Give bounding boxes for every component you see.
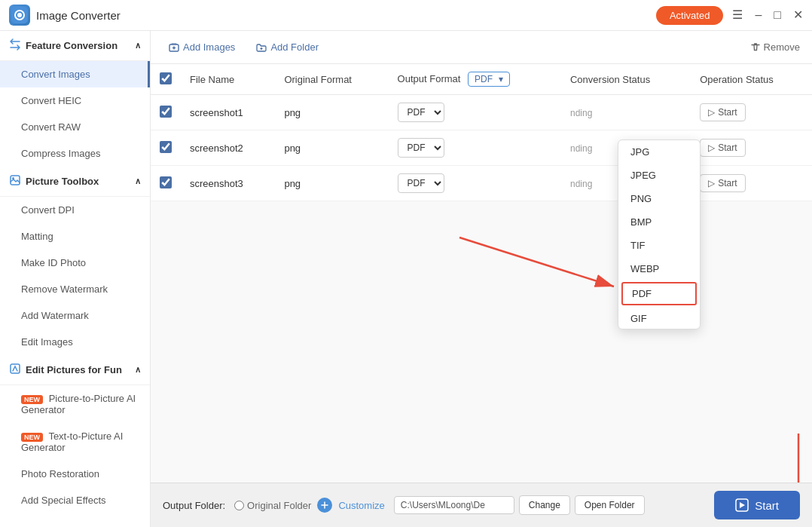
row2-start-button[interactable]: ▷ Start	[700, 139, 745, 157]
sidebar-item-photo-restoration[interactable]: Photo Restoration	[0, 461, 150, 487]
edit-for-fun-icon	[9, 363, 21, 377]
row3-checkbox[interactable]	[160, 176, 172, 188]
dropdown-item-pdf[interactable]: PDF	[621, 282, 697, 305]
toolbar: Add Images Add Folder Remove	[151, 31, 812, 64]
output-format-chevron: ▾	[499, 74, 503, 84]
restore-button[interactable]: □	[774, 9, 781, 21]
sidebar-section-edit-for-fun[interactable]: Edit Pictures for Fun ∧	[0, 355, 150, 385]
col-filename: File Name	[181, 64, 275, 95]
sidebar-item-add-special-effects[interactable]: Add Special Effects	[0, 487, 150, 513]
row3-start-icon: ▷	[708, 178, 715, 188]
feature-conversion-label: Feature Conversion	[26, 40, 118, 51]
start-main-button[interactable]: Start	[714, 491, 800, 519]
sidebar-item-compress-images[interactable]: Compress Images	[0, 140, 150, 167]
original-folder-radio[interactable]	[234, 501, 244, 510]
window-controls: ☰ – □ ✕	[732, 9, 803, 21]
row1-start-button[interactable]: ▷ Start	[700, 103, 745, 121]
edit-for-fun-label: Edit Pictures for Fun	[26, 364, 122, 375]
sidebar-item-text-to-picture[interactable]: NEW Text-to-Picture AI Generator	[0, 423, 150, 461]
row3-operation: ▷ Start	[691, 166, 812, 201]
sidebar: Feature Conversion ∧ Convert Images Conv…	[0, 31, 151, 527]
edit-for-fun-chevron: ∧	[135, 365, 141, 375]
app-title: Image Converter	[36, 9, 121, 22]
row1-start-icon: ▷	[708, 107, 715, 118]
sidebar-item-convert-raw[interactable]: Convert RAW	[0, 114, 150, 140]
table-row: screenshot1 png PDF nding	[151, 95, 812, 130]
row3-output: PDF	[389, 166, 561, 201]
files-table: File Name Original Format Output Format …	[151, 64, 812, 201]
sidebar-item-convert-heic[interactable]: Convert HEIC	[0, 87, 150, 114]
sidebar-item-matting[interactable]: Matting	[0, 223, 150, 250]
table-body: screenshot1 png PDF nding	[151, 95, 812, 201]
dropdown-item-webp[interactable]: WEBP	[618, 257, 700, 280]
change-button[interactable]: Change	[519, 495, 570, 515]
row3-format-select[interactable]: PDF	[398, 173, 444, 193]
picture-toolbox-chevron: ∧	[135, 176, 141, 186]
feature-conversion-icon	[9, 38, 21, 53]
open-folder-button[interactable]: Open Folder	[575, 495, 645, 515]
dropdown-item-tif[interactable]: TIF	[618, 234, 700, 257]
picture-toolbox-icon	[9, 174, 21, 188]
row1-operation: ▷ Start	[691, 95, 812, 130]
col-output: Output Format PDF ▾	[389, 64, 561, 95]
menu-button[interactable]: ☰	[732, 9, 743, 21]
output-path-input[interactable]	[394, 496, 514, 514]
activated-button[interactable]: Activated	[656, 6, 723, 25]
table-content-wrapper: File Name Original Format Output Format …	[151, 64, 812, 483]
add-folder-button[interactable]: Add Folder	[250, 38, 325, 56]
row1-checkbox-cell	[151, 95, 181, 130]
output-format-dropdown[interactable]: PDF ▾	[468, 72, 510, 87]
row2-checkbox[interactable]	[160, 141, 172, 153]
sidebar-item-remove-watermark[interactable]: Remove Watermark	[0, 276, 150, 302]
sidebar-section-feature-conversion[interactable]: Feature Conversion ∧	[0, 31, 150, 61]
sidebar-item-convert-images[interactable]: Convert Images	[0, 61, 150, 87]
sidebar-item-convert-dpi[interactable]: Convert DPI	[0, 197, 150, 223]
row1-checkbox[interactable]	[160, 106, 172, 118]
dropdown-item-jpg[interactable]: JPG	[618, 140, 700, 164]
sidebar-item-add-watermark[interactable]: Add Watermark	[0, 302, 150, 329]
dropdown-item-gif[interactable]: GIF	[618, 307, 700, 329]
footer: Output Folder: Original Folder Customize…	[151, 483, 812, 527]
minimize-button[interactable]: –	[755, 9, 762, 21]
sidebar-section-picture-toolbox[interactable]: Picture Toolbox ∧	[0, 167, 150, 197]
sidebar-item-edit-images[interactable]: Edit Images	[0, 329, 150, 355]
title-bar-right: Activated ☰ – □ ✕	[656, 6, 803, 25]
row2-checkbox-cell	[151, 130, 181, 166]
dropdown-item-jpeg[interactable]: JPEG	[618, 164, 700, 187]
table-row: screenshot3 png PDF nding	[151, 166, 812, 201]
row1-format-select[interactable]: PDF	[398, 103, 444, 122]
row2-original: png	[275, 130, 388, 166]
add-images-button[interactable]: Add Images	[163, 38, 241, 56]
start-main-icon	[735, 498, 749, 512]
customize-icon	[317, 498, 332, 513]
remove-button[interactable]: Remove	[750, 41, 800, 53]
row3-filename: screenshot3	[181, 166, 275, 201]
toolbar-left: Add Images Add Folder	[163, 38, 325, 56]
row2-format-select[interactable]: PDF	[398, 138, 444, 158]
dropdown-item-bmp[interactable]: BMP	[618, 210, 700, 234]
add-images-icon	[169, 42, 179, 53]
close-button[interactable]: ✕	[793, 9, 803, 21]
main-layout: Feature Conversion ∧ Convert Images Conv…	[0, 31, 812, 527]
sidebar-item-picture-to-picture[interactable]: NEW Picture-to-Picture AI Generator	[0, 385, 150, 423]
row2-filename: screenshot2	[181, 130, 275, 166]
sidebar-item-make-id-photo[interactable]: Make ID Photo	[0, 250, 150, 276]
customize-label: Customize	[338, 500, 384, 511]
col-status: Conversion Status	[561, 64, 691, 95]
col-checkbox	[151, 64, 181, 95]
row3-original: png	[275, 166, 388, 201]
radio-group: Original Folder Customize	[234, 498, 385, 513]
new-badge-t2p: NEW	[21, 433, 43, 442]
row2-output: PDF	[389, 130, 561, 166]
add-folder-icon	[256, 42, 267, 53]
select-all-checkbox[interactable]	[160, 72, 172, 84]
row3-start-button[interactable]: ▷ Start	[700, 174, 745, 192]
row2-start-icon: ▷	[708, 142, 715, 153]
dropdown-item-png[interactable]: PNG	[618, 187, 700, 210]
title-bar-left: Image Converter	[9, 5, 121, 26]
row1-output: PDF	[389, 95, 561, 130]
original-folder-radio-label[interactable]: Original Folder	[234, 500, 311, 511]
content-area: Add Images Add Folder Remove	[151, 31, 812, 527]
format-dropdown-overlay: JPG JPEG PNG BMP TIF WEBP PDF GIF	[618, 139, 701, 329]
remove-icon	[750, 42, 761, 53]
